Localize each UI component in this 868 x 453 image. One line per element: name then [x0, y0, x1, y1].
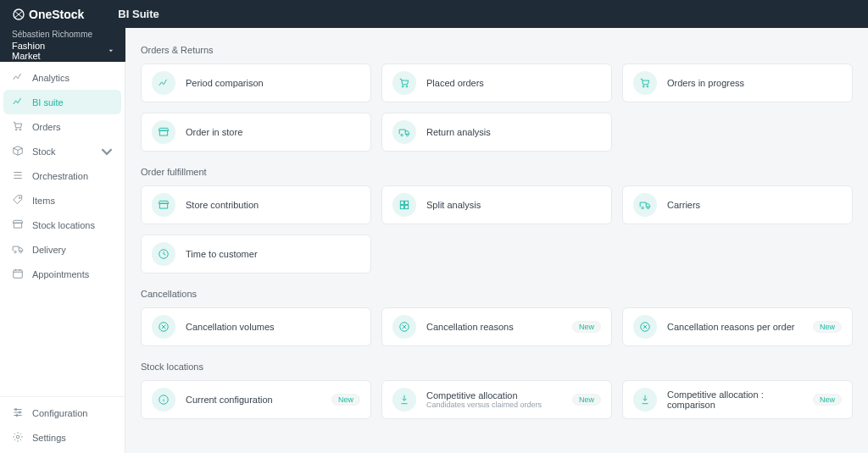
- card-label: Split analysis: [426, 200, 601, 210]
- card-label: Return analysis: [426, 127, 601, 137]
- truck-icon: [12, 243, 24, 257]
- card-body: Period comparison: [186, 78, 360, 88]
- card-body: Orders in progress: [667, 78, 842, 88]
- card-label: Competitive allocation: [426, 390, 562, 401]
- card-time-to-customer[interactable]: Time to customer: [141, 235, 371, 273]
- sidebar-item-delivery[interactable]: Delivery: [0, 237, 125, 262]
- sliders-icon: [12, 406, 24, 420]
- sidebar-item-stock-locations[interactable]: Stock locations: [0, 213, 125, 237]
- card-grid: Current configurationNewCompetitive allo…: [141, 380, 853, 419]
- cancel-icon: [152, 315, 175, 339]
- svg-point-15: [401, 134, 403, 135]
- svg-rect-19: [400, 206, 403, 209]
- card-body: Current configuration: [186, 395, 321, 405]
- sidebar-item-analytics[interactable]: Analytics: [0, 65, 125, 90]
- card-store-contribution[interactable]: Store contribution: [141, 185, 371, 224]
- sidebar-item-label: Items: [32, 196, 55, 206]
- sidebar-item-stock[interactable]: Stock: [0, 139, 125, 163]
- sidebar: AnalyticsBI suiteOrdersStockOrchestratio…: [0, 62, 125, 453]
- brand-logo[interactable]: OneStock: [12, 8, 84, 21]
- svg-point-11: [402, 86, 403, 87]
- card-cancellation-volumes[interactable]: Cancellation volumes: [141, 307, 371, 346]
- card-placed-orders[interactable]: Placed orders: [381, 64, 612, 102]
- new-badge: New: [572, 394, 601, 406]
- svg-rect-6: [14, 269, 23, 277]
- sidebar-item-label: Configuration: [32, 408, 87, 418]
- section-title: Order fulfillment: [141, 167, 853, 177]
- nav-bottom: ConfigurationSettings: [0, 396, 125, 453]
- sidebar-item-orchestration[interactable]: Orchestration: [0, 163, 125, 188]
- card-label: Time to customer: [186, 249, 360, 259]
- card-body: Cancellation reasons: [426, 322, 562, 332]
- card-order-in-store[interactable]: Order in store: [141, 113, 371, 152]
- sidebar-item-appointments[interactable]: Appointments: [0, 262, 125, 286]
- card-label: Cancellation volumes: [186, 322, 360, 332]
- card-body: Cancellation reasons per order: [667, 322, 803, 332]
- card-body: Time to customer: [186, 249, 360, 259]
- card-body: Placed orders: [426, 78, 601, 88]
- sidebar-item-settings[interactable]: Settings: [0, 425, 125, 450]
- chevron-down-icon: [101, 146, 113, 157]
- cart-icon: [12, 120, 24, 134]
- card-split-analysis[interactable]: Split analysis: [381, 185, 612, 224]
- chart-icon: [152, 71, 175, 95]
- store-icon: [12, 218, 24, 232]
- card-grid: Cancellation volumesCancellation reasons…: [141, 307, 853, 346]
- svg-point-2: [19, 129, 21, 130]
- tenant-name: Fashion Market: [12, 41, 58, 61]
- new-badge: New: [813, 321, 842, 333]
- tag-icon: [12, 194, 24, 207]
- card-period-comparison[interactable]: Period comparison: [141, 64, 371, 102]
- card-competitive-allocation[interactable]: Competitive allocationCandidates versus …: [381, 380, 612, 419]
- card-label: Carriers: [667, 200, 842, 210]
- svg-point-12: [406, 86, 408, 87]
- chevron-down-icon: [108, 47, 114, 54]
- card-label: Competitive allocation : comparison: [667, 389, 803, 410]
- sidebar-item-items[interactable]: Items: [0, 188, 125, 213]
- card-cancellation-reasons-per-order[interactable]: Cancellation reasons per orderNew: [622, 307, 853, 346]
- card-carriers[interactable]: Carriers: [622, 185, 853, 224]
- card-subtitle: Candidates versus claimed orders: [426, 401, 562, 409]
- card-current-configuration[interactable]: Current configurationNew: [141, 380, 371, 419]
- user-name: Sébastien Richomme: [12, 30, 92, 39]
- page-title: BI Suite: [118, 8, 159, 20]
- tenant-selector[interactable]: Fashion Market: [12, 41, 114, 61]
- sidebar-item-label: Settings: [32, 433, 66, 443]
- sidebar-item-orders[interactable]: Orders: [0, 114, 125, 139]
- card-cancellation-reasons[interactable]: Cancellation reasonsNew: [381, 307, 612, 346]
- sidebar-item-label: Analytics: [32, 73, 70, 83]
- chart-icon: [12, 96, 24, 109]
- cart-icon: [392, 71, 416, 95]
- svg-point-4: [14, 251, 16, 252]
- brand-text: OneStock: [29, 8, 84, 21]
- card-competitive-allocation-comparison[interactable]: Competitive allocation : comparisonNew: [622, 380, 853, 419]
- card-label: Period comparison: [186, 78, 360, 88]
- sidebar-item-label: Orders: [32, 122, 61, 132]
- card-label: Cancellation reasons: [426, 322, 562, 332]
- list-icon: [12, 169, 24, 183]
- sidebar-item-bi-suite[interactable]: BI suite: [3, 90, 121, 114]
- sidebar-item-configuration[interactable]: Configuration: [0, 401, 125, 425]
- logo-icon: [12, 8, 25, 21]
- nav-main: AnalyticsBI suiteOrdersStockOrchestratio…: [0, 65, 125, 396]
- card-grid: Store contributionSplit analysisCarriers…: [141, 185, 853, 273]
- sidebar-item-label: Appointments: [32, 269, 89, 279]
- sidebar-item-label: BI suite: [32, 97, 64, 108]
- chart-icon: [12, 71, 24, 85]
- main-content: Orders & ReturnsPeriod comparisonPlaced …: [125, 28, 868, 453]
- svg-point-10: [16, 435, 19, 439]
- section-title: Stock locations: [141, 362, 853, 372]
- svg-rect-20: [405, 206, 409, 209]
- card-label: Orders in progress: [667, 78, 842, 88]
- card-label: Cancellation reasons per order: [667, 322, 803, 332]
- svg-rect-18: [405, 201, 409, 204]
- clock-icon: [152, 242, 175, 266]
- card-return-analysis[interactable]: Return analysis: [381, 113, 612, 152]
- pointer-icon: [392, 388, 416, 412]
- sidebar-item-label: Delivery: [32, 245, 66, 255]
- topbar: OneStock BI Suite: [0, 0, 868, 28]
- section-title: Cancellations: [141, 289, 853, 299]
- card-body: Store contribution: [186, 200, 360, 210]
- card-orders-in-progress[interactable]: Orders in progress: [622, 64, 853, 102]
- svg-point-21: [642, 207, 643, 208]
